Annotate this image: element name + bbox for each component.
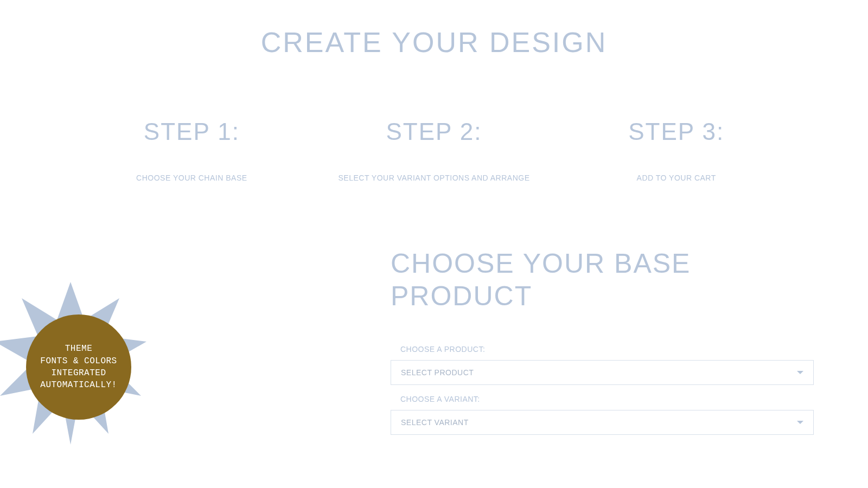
step-1: STEP 1: CHOOSE YOUR CHAIN BASE	[71, 118, 313, 182]
base-product-title: CHOOSE YOUR BASE PRODUCT	[391, 247, 814, 312]
step-3-subtitle: ADD TO YOUR CART	[555, 174, 797, 182]
page-title: CREATE YOUR DESIGN	[0, 26, 868, 59]
product-select[interactable]: SELECT PRODUCT	[391, 360, 814, 385]
step-2-title: STEP 2:	[313, 118, 556, 145]
variant-select[interactable]: SELECT VARIANT	[391, 410, 814, 435]
product-select-text: SELECT PRODUCT	[401, 368, 474, 377]
variant-select-text: SELECT VARIANT	[401, 418, 469, 427]
product-form-group: CHOOSE A PRODUCT: SELECT PRODUCT	[391, 345, 814, 385]
step-3: STEP 3: ADD TO YOUR CART	[555, 118, 797, 182]
chevron-down-icon	[797, 421, 803, 424]
variant-form-group: CHOOSE A VARIANT: SELECT VARIANT	[391, 395, 814, 435]
product-label: CHOOSE A PRODUCT:	[391, 345, 814, 354]
steps-row: STEP 1: CHOOSE YOUR CHAIN BASE STEP 2: S…	[0, 118, 868, 182]
badge-circle: THEME FONTS & COLORS INTEGRATED AUTOMATI…	[26, 314, 131, 420]
badge-text: THEME FONTS & COLORS INTEGRATED AUTOMATI…	[40, 343, 117, 391]
step-2-subtitle: SELECT YOUR VARIANT OPTIONS AND ARRANGE	[313, 174, 556, 182]
theme-badge: THEME FONTS & COLORS INTEGRATED AUTOMATI…	[0, 282, 152, 445]
step-2: STEP 2: SELECT YOUR VARIANT OPTIONS AND …	[313, 118, 556, 182]
variant-label: CHOOSE A VARIANT:	[391, 395, 814, 403]
step-1-subtitle: CHOOSE YOUR CHAIN BASE	[71, 174, 313, 182]
step-3-title: STEP 3:	[555, 118, 797, 145]
step-1-title: STEP 1:	[71, 118, 313, 145]
chevron-down-icon	[797, 371, 803, 374]
